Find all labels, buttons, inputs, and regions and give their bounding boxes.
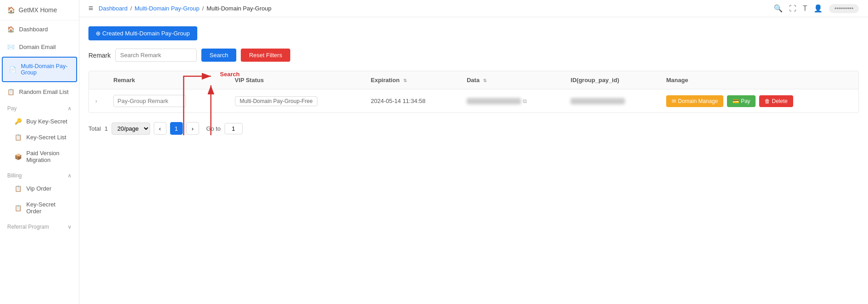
th-expiration: Expiration ⇅ xyxy=(365,71,461,89)
sidebar-item-buy-key-secret[interactable]: 🔑 Buy Key-Secret xyxy=(0,113,79,129)
data-value-wrapper: ⧉ xyxy=(467,98,558,104)
domain-email-icon: ✉️ xyxy=(7,44,15,50)
sidebar-item-key-secret-list[interactable]: 📋 Key-Secret List xyxy=(0,129,79,145)
pay-icon: 💳 xyxy=(732,98,739,104)
row-remark-cell xyxy=(107,89,229,113)
key-secret-order-icon: 📋 xyxy=(15,205,22,211)
key-secret-icon: 🔑 xyxy=(15,118,22,125)
row-expiration-cell: 2024-05-14 11:34:58 xyxy=(365,89,461,113)
delete-button[interactable]: 🗑 Delete xyxy=(759,95,793,107)
prev-page-button[interactable]: ‹ xyxy=(154,122,166,135)
row-manage-cell: ✉ Domain Manage 💳 Pay 🗑 Delete xyxy=(660,89,858,113)
page-1-button[interactable]: 1 xyxy=(170,122,183,135)
dashboard-icon: 🏠 xyxy=(7,26,15,33)
pagination: Total 1 20/page ‹ 1 › Go to xyxy=(88,122,859,135)
topbar: ≡ Dashboard / Multi-Domain Pay-Group / M… xyxy=(79,0,868,17)
user-avatar-icon[interactable]: 👤 xyxy=(814,4,823,13)
random-email-icon: 📋 xyxy=(7,88,15,95)
chevron-up-icon: ∧ xyxy=(68,105,72,112)
sidebar-billing-section: Billing ∧ xyxy=(0,168,79,181)
domain-manage-icon: ✉ xyxy=(672,98,676,104)
goto-page-input[interactable] xyxy=(224,123,243,134)
content-area: Search ⊕ Created Multi-Domain Pay-Group … xyxy=(79,17,868,304)
logo-label: GetMX Home xyxy=(19,6,57,14)
th-id: ID(group_pay_id) xyxy=(564,71,660,89)
row-vip-status-cell: Multi-Domain Pay-Group-Free xyxy=(229,89,365,113)
next-page-button[interactable]: › xyxy=(186,122,199,135)
total-count: 1 xyxy=(104,125,107,132)
table-header-row: Remark VIP Status Expiration ⇅ Data ⇅ ID… xyxy=(89,71,858,89)
filter-row: Remark Search Reset Filters xyxy=(88,49,859,62)
sidebar-item-multi-domain[interactable]: 📄 Multi-Domain Pay-Group xyxy=(2,57,77,82)
sidebar-item-vip-order[interactable]: 📋 Vip Order xyxy=(0,181,79,196)
menu-icon[interactable]: ≡ xyxy=(88,4,93,13)
data-sort-icon[interactable]: ⇅ xyxy=(483,78,487,83)
row-data-cell: ⧉ xyxy=(460,89,564,113)
sidebar-item-domain-email[interactable]: ✉️ Domain Email xyxy=(0,38,79,56)
delete-icon: 🗑 xyxy=(765,98,770,104)
breadcrumb-sep-1: / xyxy=(130,5,132,12)
topbar-right: 🔍 ⛶ T 👤 •••••••••• xyxy=(774,4,859,13)
sidebar: 🏠 GetMX Home 🏠 Dashboard ✉️ Domain Email… xyxy=(0,0,79,304)
breadcrumb-dashboard[interactable]: Dashboard xyxy=(99,5,128,12)
expiration-sort-icon[interactable]: ⇅ xyxy=(403,78,407,83)
search-button[interactable]: Search xyxy=(201,49,236,62)
main-area: ≡ Dashboard / Multi-Domain Pay-Group / M… xyxy=(79,0,868,304)
th-remark: Remark xyxy=(107,71,229,89)
expand-icon[interactable]: ⛶ xyxy=(789,5,796,13)
domain-manage-button[interactable]: ✉ Domain Manage xyxy=(666,95,723,107)
remark-input-wrapper xyxy=(113,95,222,107)
sidebar-logo[interactable]: 🏠 GetMX Home xyxy=(0,0,79,20)
remark-cell-input[interactable] xyxy=(113,95,186,107)
data-blurred-value xyxy=(467,98,521,104)
breadcrumb-multi-domain[interactable]: Multi-Domain Pay-Group xyxy=(135,5,200,12)
search-icon[interactable]: 🔍 xyxy=(774,4,783,13)
total-label: Total xyxy=(88,125,101,132)
sidebar-pay-section: Pay ∧ xyxy=(0,101,79,113)
breadcrumb-current: Multi-Domain Pay-Group xyxy=(206,5,271,12)
vip-status-badge: Multi-Domain Pay-Group-Free xyxy=(235,96,318,106)
chevron-up-icon-billing: ∧ xyxy=(68,172,72,179)
sidebar-referral-section: Referral Program ∨ xyxy=(0,219,79,232)
sidebar-item-paid-version-migration[interactable]: 📦 Paid Version Migration xyxy=(0,145,79,168)
text-size-icon[interactable]: T xyxy=(803,5,807,13)
sidebar-item-key-secret-order[interactable]: 📋 Key-Secret Order xyxy=(0,196,79,219)
row-id-cell xyxy=(564,89,660,113)
row-expand-cell[interactable]: › xyxy=(89,89,107,113)
th-manage: Manage xyxy=(660,71,858,89)
sidebar-item-dashboard[interactable]: 🏠 Dashboard xyxy=(0,20,79,38)
breadcrumb: Dashboard / Multi-Domain Pay-Group / Mul… xyxy=(99,5,272,12)
migration-icon: 📦 xyxy=(15,153,22,160)
th-expand xyxy=(89,71,107,89)
th-data: Data ⇅ xyxy=(460,71,564,89)
user-label: •••••••••• xyxy=(829,4,859,13)
create-multi-domain-button[interactable]: ⊕ Created Multi-Domain Pay-Group xyxy=(88,26,197,40)
remark-filter-label: Remark xyxy=(88,52,111,59)
key-list-icon: 📋 xyxy=(15,134,22,141)
id-blurred-value xyxy=(571,98,625,104)
pay-button[interactable]: 💳 Pay xyxy=(727,95,756,107)
home-icon: 🏠 xyxy=(7,6,15,14)
reset-filters-button[interactable]: Reset Filters xyxy=(241,49,290,62)
breadcrumb-sep-2: / xyxy=(202,5,204,12)
vip-order-icon: 📋 xyxy=(15,185,22,192)
remark-search-input[interactable] xyxy=(115,49,197,62)
row-expand-icon[interactable]: › xyxy=(95,98,97,104)
data-table: Remark VIP Status Expiration ⇅ Data ⇅ ID… xyxy=(88,71,859,113)
page-size-select[interactable]: 20/page xyxy=(112,123,150,135)
multi-domain-icon: 📄 xyxy=(9,66,16,73)
data-copy-icon[interactable]: ⧉ xyxy=(523,98,527,104)
goto-label: Go to xyxy=(206,125,221,132)
id-value-wrapper xyxy=(571,98,653,104)
chevron-down-icon-referral: ∨ xyxy=(68,224,72,230)
th-vip-status: VIP Status xyxy=(229,71,365,89)
table-row: › Multi-Domain Pay-Group-Free 2024-05-14… xyxy=(89,89,858,113)
sidebar-item-random-email[interactable]: 📋 Random Email List xyxy=(0,83,79,101)
